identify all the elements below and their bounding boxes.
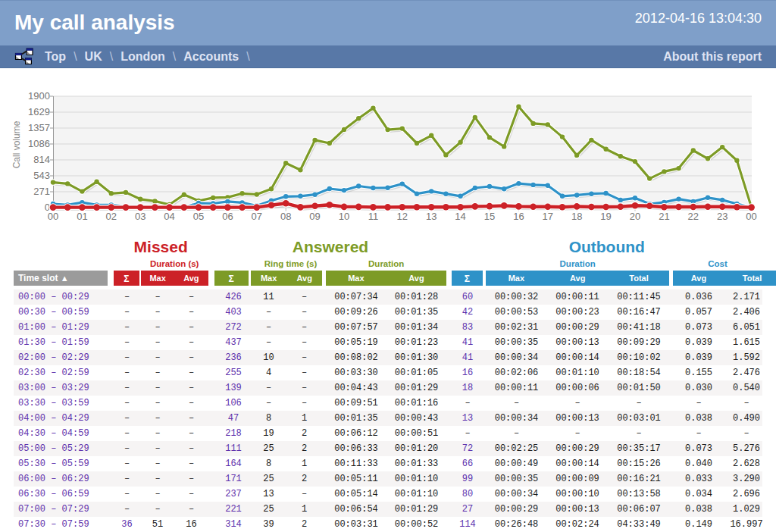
svg-text:04: 04 (164, 211, 174, 222)
svg-text:543: 543 (33, 170, 50, 181)
svg-text:08: 08 (280, 211, 291, 222)
svg-text:03: 03 (135, 211, 146, 222)
svg-text:13: 13 (426, 211, 436, 222)
svg-text:09: 09 (309, 211, 320, 222)
svg-text:18: 18 (571, 211, 582, 222)
svg-text:11: 11 (368, 211, 379, 222)
svg-text:20: 20 (630, 211, 640, 222)
svg-text:01: 01 (77, 211, 87, 222)
svg-text:06: 06 (222, 211, 233, 222)
svg-text:Call volume: Call volume (11, 120, 22, 168)
svg-text:00: 00 (48, 211, 58, 222)
svg-text:12: 12 (397, 211, 408, 222)
svg-text:1357: 1357 (28, 122, 50, 133)
svg-text:1629: 1629 (28, 106, 50, 117)
svg-text:15: 15 (484, 211, 495, 222)
svg-text:23: 23 (717, 211, 728, 222)
svg-text:16: 16 (513, 211, 524, 222)
svg-text:10: 10 (339, 211, 349, 222)
svg-text:1086: 1086 (28, 138, 50, 149)
svg-text:07: 07 (252, 211, 262, 222)
svg-text:14: 14 (455, 211, 465, 222)
svg-text:814: 814 (33, 154, 50, 165)
svg-text:00: 00 (746, 211, 756, 222)
svg-text:271: 271 (33, 186, 50, 197)
svg-text:02: 02 (106, 211, 117, 222)
svg-text:19: 19 (600, 211, 611, 222)
svg-text:1900: 1900 (28, 90, 50, 102)
svg-text:22: 22 (688, 211, 699, 222)
svg-text:21: 21 (659, 211, 669, 222)
svg-text:05: 05 (193, 211, 204, 222)
svg-text:17: 17 (543, 211, 553, 222)
